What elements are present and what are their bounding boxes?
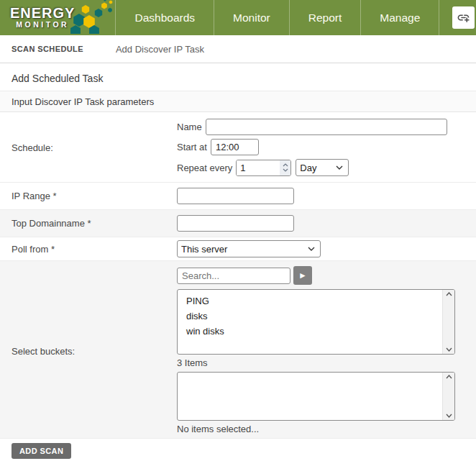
name-label: Name — [177, 122, 202, 132]
logo-text: ENERGY MONITOR — [10, 6, 75, 29]
repeat-every-label: Repeat every — [177, 163, 232, 173]
chevron-up-icon[interactable] — [283, 163, 288, 167]
name-input[interactable] — [206, 119, 447, 135]
listbox-scrollbar[interactable] — [442, 290, 454, 354]
start-at-input[interactable] — [211, 139, 259, 155]
repeat-value-stepper — [236, 160, 291, 176]
poll-from-select[interactable]: This server — [177, 240, 321, 257]
bucket-option[interactable]: PING — [178, 293, 442, 309]
repeat-unit-select[interactable]: Day — [296, 159, 349, 176]
bucket-option[interactable]: disks — [178, 309, 442, 324]
form-section-header: Input Discover IP Task parameters — [0, 91, 476, 112]
page-title: Add Scheduled Task — [12, 73, 464, 84]
repeat-value-input[interactable] — [237, 160, 280, 175]
top-domainname-input[interactable] — [177, 215, 294, 232]
hexagon-cluster-icon — [70, 0, 115, 34]
nav-item-manage[interactable]: Manage — [361, 0, 439, 35]
select-buckets-label: Select buckets: — [0, 346, 177, 357]
chevron-down-icon — [336, 165, 343, 170]
nav-item-monitor[interactable]: Monitor — [214, 0, 290, 35]
bucket-search-button[interactable]: ► — [293, 266, 312, 285]
logo-line2: MONITOR — [16, 20, 69, 29]
ip-range-row: IP Range * — [0, 183, 476, 210]
selected-buckets-listbox[interactable] — [177, 372, 455, 421]
chevron-down-icon[interactable] — [283, 168, 288, 172]
available-buckets-list: PINGdiskswin disks — [178, 290, 442, 354]
header-actions — [439, 0, 476, 35]
schedule-label: Schedule: — [0, 142, 177, 153]
add-scan-button[interactable]: ADD SCAN — [12, 443, 71, 459]
app-logo[interactable]: ENERGY MONITOR — [0, 0, 116, 35]
app-header: ENERGY MONITOR Dashboards Monitor Report… — [0, 0, 476, 35]
main-nav: Dashboards Monitor Report Manage — [116, 0, 476, 35]
ip-range-label: IP Range * — [0, 191, 177, 201]
nav-item-report[interactable]: Report — [290, 0, 362, 35]
selected-buckets-list — [178, 373, 442, 420]
breadcrumb-page: Add Discover IP Task — [116, 44, 204, 55]
start-at-label: Start at — [177, 142, 207, 152]
schedule-row: Schedule: Name Start at Repeat every Day — [0, 112, 476, 183]
scroll-up-icon[interactable] — [446, 375, 452, 379]
scroll-down-icon[interactable] — [446, 414, 452, 418]
select-buckets-row: Select buckets: ► PINGdiskswin disks 3 I… — [0, 261, 476, 439]
form-footer: ADD SCAN — [0, 439, 476, 461]
nav-item-dashboards[interactable]: Dashboards — [116, 0, 214, 35]
logo-line1: ENERGY — [10, 6, 75, 20]
top-domainname-label: Top Domainname * — [0, 218, 177, 229]
scroll-up-icon[interactable] — [446, 292, 452, 296]
stepper-buttons[interactable] — [280, 160, 290, 175]
available-buckets-listbox[interactable]: PINGdiskswin disks — [177, 289, 455, 355]
listbox-scrollbar[interactable] — [442, 373, 454, 420]
bucket-search-input[interactable] — [177, 268, 290, 284]
poll-from-row: Poll from * This server — [0, 237, 476, 261]
poll-from-label: Poll from * — [0, 244, 177, 255]
breadcrumb-section[interactable]: SCAN SCHEDULE — [12, 45, 83, 53]
no-items-selected-text: No items selected... — [177, 421, 476, 437]
add-link-icon — [457, 11, 470, 24]
add-link-button[interactable] — [452, 6, 475, 29]
repeat-unit-value: Day — [300, 163, 316, 173]
breadcrumb: SCAN SCHEDULE Add Discover IP Task — [0, 35, 476, 63]
items-count: 3 Items — [177, 355, 476, 370]
arrow-right-icon: ► — [298, 270, 307, 280]
ip-range-input[interactable] — [177, 188, 294, 204]
scroll-down-icon[interactable] — [446, 347, 452, 352]
top-domainname-row: Top Domainname * — [0, 210, 476, 237]
bucket-option[interactable]: win disks — [178, 324, 442, 339]
poll-from-value: This server — [181, 244, 227, 255]
chevron-down-icon — [308, 247, 315, 251]
